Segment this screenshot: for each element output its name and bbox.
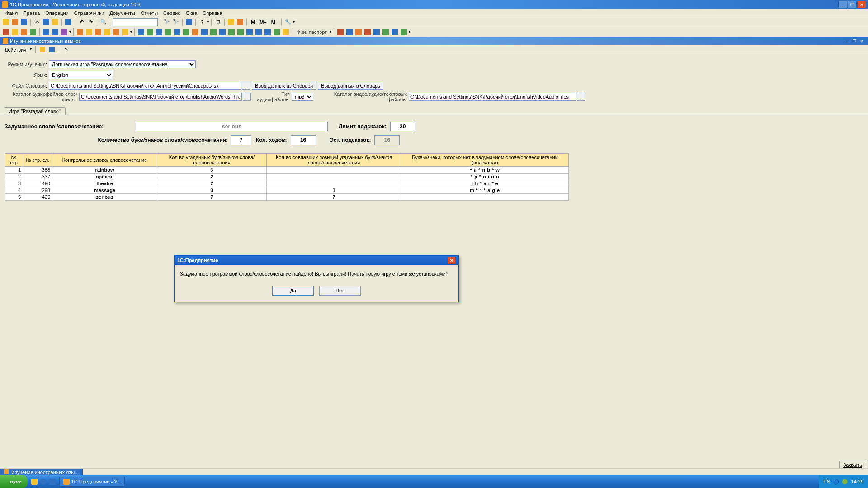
memory-mminus[interactable]: M-: [269, 19, 279, 25]
th-dictline[interactable]: № стр. сл.: [23, 154, 52, 167]
t2-icon-7[interactable]: [60, 28, 68, 36]
limit-field[interactable]: 20: [390, 122, 415, 131]
table-row[interactable]: 2337opinion2* p * n i o n: [5, 174, 569, 180]
t2-icon-25[interactable]: [236, 28, 245, 36]
memory-mplus[interactable]: M+: [258, 19, 269, 25]
import-button[interactable]: Ввод данных из Словаря: [252, 82, 316, 90]
maximize-button[interactable]: ❐: [848, 1, 857, 8]
tray-icon-1[interactable]: 🔵: [833, 479, 839, 485]
t2-icon-16[interactable]: [155, 28, 163, 36]
save-icon[interactable]: [20, 18, 28, 26]
start-button[interactable]: пуск: [0, 475, 28, 488]
t2-icon-1[interactable]: [2, 28, 10, 36]
export-button[interactable]: Вывод данных в Словарь: [318, 82, 383, 90]
window-tab-1[interactable]: Изучение иностранных язы...: [0, 469, 83, 475]
audio-cat-browse[interactable]: ...: [243, 93, 251, 101]
dialog-no-button[interactable]: Нет: [319, 286, 361, 296]
video-cat-browse[interactable]: ...: [577, 93, 585, 101]
dialog-yes-button[interactable]: Да: [272, 286, 314, 296]
audio-cat-input[interactable]: [79, 93, 242, 101]
t2-icon-22[interactable]: [209, 28, 217, 36]
tools-icon[interactable]: 🔧: [284, 18, 292, 26]
lang-select[interactable]: English: [49, 71, 113, 79]
t2-icon-36[interactable]: [382, 28, 390, 36]
binoc-left-icon[interactable]: 🔭: [163, 18, 171, 26]
fin-passport-button[interactable]: Фин. паспорт: [295, 29, 329, 35]
t2-icon-5[interactable]: [42, 28, 50, 36]
redo-icon[interactable]: ↷: [86, 18, 94, 26]
t2-icon-32[interactable]: [345, 28, 354, 36]
t2-icon-3[interactable]: [20, 28, 28, 36]
print-icon[interactable]: [64, 18, 72, 26]
subwindow-minimize[interactable]: _: [844, 38, 851, 44]
grid-icon[interactable]: ⊞: [214, 18, 222, 26]
th-matched[interactable]: Кол-во совпавших позиций угаданных букв/…: [267, 154, 401, 167]
t2-icon-30[interactable]: [282, 28, 290, 36]
dialog-close-button[interactable]: ✕: [448, 257, 456, 264]
th-word[interactable]: Контрольное слово/ словосочетание: [52, 154, 157, 167]
t2-icon-8[interactable]: [76, 28, 84, 36]
t2-icon-23[interactable]: [218, 28, 226, 36]
t2-icon-29[interactable]: [273, 28, 281, 36]
binoc-right-icon[interactable]: 🔭: [172, 18, 180, 26]
tab-game[interactable]: Игра "Разгадай слово": [4, 107, 66, 115]
clock[interactable]: 14:29: [851, 479, 863, 484]
t2-icon-14[interactable]: [137, 28, 145, 36]
menu-service[interactable]: Сервис: [160, 9, 183, 17]
t2-icon-28[interactable]: [264, 28, 272, 36]
dict-input[interactable]: [49, 82, 241, 90]
actions-dropdown[interactable]: Действия: [2, 46, 33, 53]
th-guessed[interactable]: Кол-во угаданных букв/знаков слова/слово…: [157, 154, 267, 167]
t2-icon-17[interactable]: [164, 28, 172, 36]
menu-operations[interactable]: Операции: [42, 9, 71, 17]
calendar-icon[interactable]: [185, 18, 193, 26]
t2-icon-11[interactable]: [103, 28, 111, 36]
t2-icon-18[interactable]: [173, 28, 181, 36]
copy-icon[interactable]: [42, 18, 50, 26]
minimize-button[interactable]: _: [838, 1, 847, 8]
menu-file[interactable]: Файл: [3, 9, 20, 17]
audio-type-select[interactable]: mp3: [292, 93, 313, 101]
actions-icon-1[interactable]: [38, 46, 47, 54]
t2-icon-13[interactable]: [121, 28, 129, 36]
t2-icon-24[interactable]: [227, 28, 236, 36]
t2-icon-6[interactable]: [51, 28, 59, 36]
t2-icon-31[interactable]: [336, 28, 344, 36]
dict-browse-button[interactable]: ...: [242, 82, 250, 90]
t2-icon-4[interactable]: [29, 28, 37, 36]
th-rownum[interactable]: № стр: [5, 154, 23, 167]
close-button[interactable]: ✕: [857, 1, 866, 8]
calc-icon[interactable]: [227, 18, 235, 26]
t2-icon-20[interactable]: [191, 28, 199, 36]
lang-indicator[interactable]: EN: [823, 479, 830, 484]
help-icon[interactable]: ?: [198, 18, 206, 26]
cut-icon[interactable]: ✂: [33, 18, 41, 26]
menu-edit[interactable]: Правка: [20, 9, 42, 17]
taskbar-item-1[interactable]: 1С:Предприятие - У...: [59, 477, 125, 487]
quicklaunch-3[interactable]: [48, 478, 57, 486]
new-icon[interactable]: [2, 18, 10, 26]
t2-icon-2[interactable]: [11, 28, 19, 36]
subwindow-close[interactable]: ✕: [858, 38, 865, 44]
undo-icon[interactable]: ↶: [77, 18, 85, 26]
subwindow-maximize[interactable]: ❐: [851, 38, 858, 44]
video-cat-input[interactable]: [409, 93, 576, 101]
t2-icon-12[interactable]: [112, 28, 120, 36]
t2-icon-34[interactable]: [363, 28, 372, 36]
t2-icon-21[interactable]: [200, 28, 208, 36]
mode-select[interactable]: Логическая игра "Разгадай слово/словосоч…: [49, 60, 196, 68]
t2-icon-26[interactable]: [245, 28, 254, 36]
t2-icon-38[interactable]: [400, 28, 408, 36]
calc2-icon[interactable]: [236, 18, 244, 26]
t2-icon-9[interactable]: [85, 28, 93, 36]
t2-icon-37[interactable]: [391, 28, 399, 36]
paste-icon[interactable]: [51, 18, 59, 26]
table-row[interactable]: 3490theatre2t h * a t * e: [5, 180, 569, 187]
t2-icon-35[interactable]: [373, 28, 381, 36]
t2-icon-33[interactable]: [354, 28, 363, 36]
menu-help[interactable]: Справка: [200, 9, 225, 17]
menu-documents[interactable]: Документы: [107, 9, 138, 17]
quicklaunch-2[interactable]: [39, 478, 47, 486]
t2-icon-10[interactable]: [94, 28, 102, 36]
tray-icon-2[interactable]: 🟢: [842, 479, 848, 485]
